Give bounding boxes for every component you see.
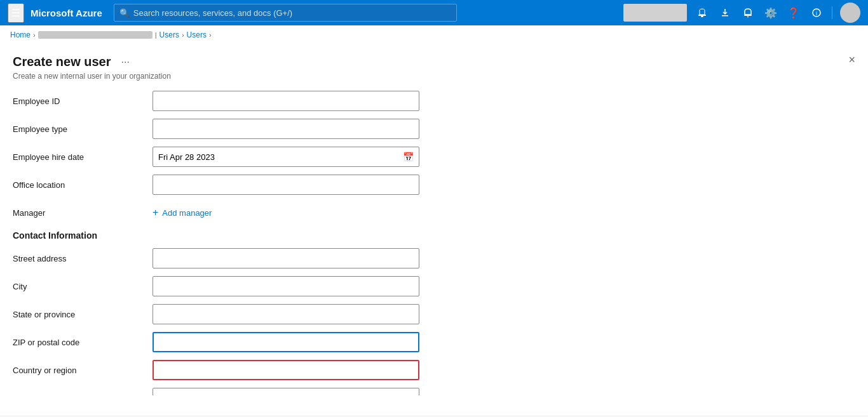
street-address-label: Street address [13, 254, 153, 263]
employee-id-input[interactable] [153, 91, 419, 111]
employee-type-input[interactable] [153, 119, 419, 139]
page-subtitle: Create a new internal user in your organ… [13, 72, 855, 81]
zip-postal-input[interactable] [153, 332, 419, 352]
breadcrumb-users-1[interactable]: Users [159, 30, 179, 39]
search-bar: 🔍 [114, 4, 457, 22]
nav-separator [832, 6, 832, 19]
page-menu-button[interactable]: ··· [118, 55, 133, 69]
search-icon: 🔍 [119, 8, 130, 18]
office-location-input[interactable] [153, 175, 419, 195]
page-title: Create new user [13, 55, 111, 69]
svg-text:i: i [816, 10, 817, 17]
zip-postal-row: ZIP or postal code [13, 332, 848, 352]
business-phone-input[interactable] [153, 388, 419, 395]
breadcrumb-users-2[interactable]: Users [187, 30, 207, 39]
zip-postal-label: ZIP or postal code [13, 338, 153, 347]
form-scroll-area: Employee ID Employee type Employee hire … [13, 91, 855, 395]
business-phone-label: Business phone [13, 394, 153, 396]
country-region-label: Country or region [13, 366, 153, 375]
business-phone-row: Business phone [13, 388, 848, 395]
hamburger-button[interactable]: ☰ [8, 3, 24, 23]
employee-hire-date-row: Employee hire date Fri Apr 28 2023 📅 [13, 147, 848, 167]
avatar[interactable] [840, 3, 860, 23]
city-input[interactable] [153, 276, 419, 296]
add-manager-button[interactable]: + Add manager [153, 204, 212, 221]
help-button[interactable]: ❓ [783, 3, 804, 23]
breadcrumb: Home › | Users › Users › [0, 25, 868, 44]
calendar-icon[interactable]: 📅 [403, 152, 414, 162]
employee-hire-date-label: Employee hire date [13, 152, 153, 162]
feedback-nav-button[interactable]: i [806, 3, 827, 23]
employee-type-row: Employee type [13, 119, 848, 139]
employee-id-row: Employee ID [13, 91, 848, 111]
main-content: Create new user ··· Create a new interna… [0, 44, 868, 416]
hire-date-value: Fri Apr 28 2023 [158, 152, 215, 162]
manager-row: Manager + Add manager [13, 202, 848, 223]
state-province-row: State or province [13, 304, 848, 324]
settings-button[interactable]: ⚙️ [761, 3, 781, 23]
breadcrumb-sep-2: | [155, 31, 157, 39]
employee-type-label: Employee type [13, 124, 153, 134]
add-manager-label: Add manager [162, 208, 212, 218]
office-location-label: Office location [13, 180, 153, 190]
svg-rect-2 [722, 15, 728, 17]
country-region-row: Country or region [13, 360, 848, 380]
page-header: Create new user ··· [13, 55, 855, 69]
breadcrumb-sep-3: › [182, 31, 184, 39]
account-area[interactable] [623, 4, 687, 22]
close-button[interactable]: × [848, 53, 855, 67]
state-province-label: State or province [13, 310, 153, 319]
page-wrapper: ☰ Microsoft Azure 🔍 ⚙️ ❓ i [0, 0, 868, 417]
breadcrumb-sep-4: › [209, 31, 212, 39]
city-label: City [13, 282, 153, 291]
add-manager-icon: + [153, 207, 158, 218]
download-button[interactable] [715, 3, 735, 23]
navbar: ☰ Microsoft Azure 🔍 ⚙️ ❓ i [0, 0, 868, 25]
employee-hire-date-field[interactable]: Fri Apr 28 2023 📅 [153, 147, 419, 167]
breadcrumb-blurred [38, 31, 153, 39]
svg-rect-1 [701, 16, 703, 17]
street-address-input[interactable] [153, 248, 419, 268]
contact-section-heading: Contact Information [13, 230, 848, 241]
manager-label: Manager [13, 208, 153, 218]
country-region-input[interactable] [153, 360, 419, 380]
breadcrumb-home[interactable]: Home [10, 30, 31, 39]
search-input[interactable] [133, 8, 451, 18]
office-location-row: Office location [13, 175, 848, 195]
bell-button[interactable] [738, 3, 758, 23]
street-address-row: Street address [13, 248, 848, 268]
svg-point-3 [747, 17, 749, 18]
state-province-input[interactable] [153, 304, 419, 324]
city-row: City [13, 276, 848, 296]
employee-id-label: Employee ID [13, 96, 153, 106]
brand-name: Microsoft Azure [31, 8, 102, 18]
notifications-button[interactable] [692, 3, 712, 23]
navbar-icons: ⚙️ ❓ i [623, 3, 860, 23]
breadcrumb-sep-1: › [33, 31, 36, 39]
